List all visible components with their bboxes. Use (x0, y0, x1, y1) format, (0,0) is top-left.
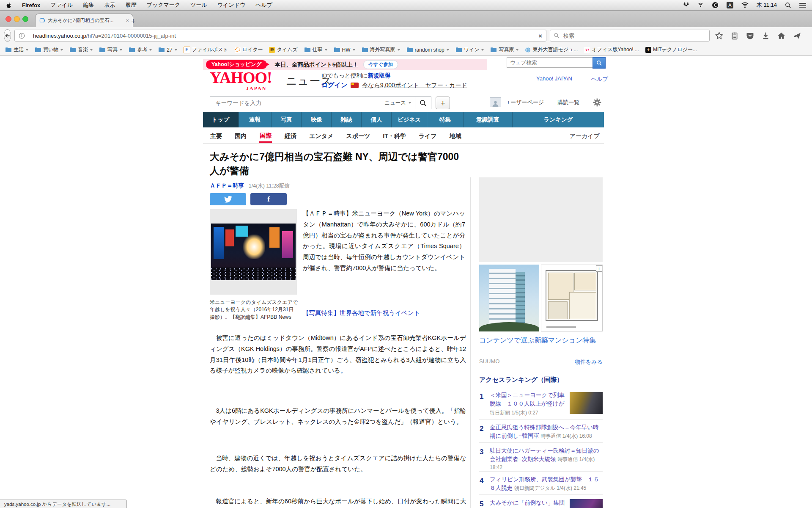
user-page-link[interactable]: ユーザーページ (505, 99, 544, 106)
signal-icon[interactable] (697, 2, 704, 8)
apple-menu-icon[interactable] (6, 2, 12, 8)
search-scope-dropdown[interactable]: ニュース (381, 99, 415, 107)
wifi-icon[interactable] (741, 2, 749, 8)
promo-cta-button[interactable]: 今すぐ参加 (363, 60, 398, 69)
menubar-item-firefox[interactable]: Firefox (22, 2, 40, 8)
ad-info-icon[interactable]: i (596, 265, 602, 272)
bookmark-yahoo-office[interactable]: Y!オフィス版Yahoo! ... (584, 46, 639, 53)
spotlight-icon[interactable] (785, 2, 791, 8)
ranking-link[interactable]: 大みそかに「前例ない」集団犯罪事件 オーストリア西部 (490, 500, 565, 508)
new-tab-button[interactable]: + (131, 17, 136, 25)
bookmark-folder-overseas-photographers[interactable]: 海外写真家 (362, 46, 400, 53)
dropbox-icon[interactable] (683, 2, 689, 8)
creative-cloud-icon[interactable] (712, 2, 719, 8)
bookmark-folder-photographers[interactable]: 写真家 (490, 46, 518, 53)
nav-tab-top[interactable]: トップ (203, 112, 239, 127)
web-search-input[interactable] (507, 57, 593, 68)
bookmark-folder-hw[interactable]: HW (334, 47, 355, 53)
window-zoom-button[interactable] (22, 16, 28, 22)
yahoo-shopping-badge[interactable]: Yahoo!ショッピング (206, 60, 267, 69)
bookmark-folder-reference[interactable]: 参考 (129, 46, 152, 53)
menubar-item-bookmarks[interactable]: ブックマーク (147, 1, 181, 9)
nav-tab-business[interactable]: ビジネス (392, 112, 427, 127)
menubar-item-tools[interactable]: ツール (190, 1, 207, 9)
news-search-field[interactable]: ニュース (210, 97, 431, 109)
bookmark-folder-photo[interactable]: 写真 (99, 46, 122, 53)
menubar-item-window[interactable]: ウインドウ (217, 1, 246, 9)
archive-link[interactable]: アーカイブ (570, 133, 600, 140)
nav-tab-photo[interactable]: 写真 (272, 112, 302, 127)
bookmark-times[interactable]: 時タイムズ (269, 46, 297, 53)
browser-search-input[interactable] (562, 32, 706, 39)
subnav-sports[interactable]: スポーツ (346, 133, 370, 140)
promo-text-link[interactable]: 本日、全商品ポイント5倍以上！ (274, 61, 358, 69)
subnav-economy[interactable]: 経済 (285, 133, 296, 140)
subnav-domestic[interactable]: 国内 (235, 133, 247, 140)
menubar-item-help[interactable]: ヘルプ (255, 1, 272, 9)
nav-tab-feature[interactable]: 特集 (427, 112, 464, 127)
subnav-main[interactable]: 主要 (210, 133, 222, 140)
bookmark-folder-music[interactable]: 音楽 (69, 46, 93, 53)
bookmark-folder-shopping[interactable]: 買い物 (35, 46, 63, 53)
bookmark-folder-27[interactable]: 27 (158, 47, 177, 53)
ad-title-link[interactable]: コンテンツで選ぶ新築マンション特集 (479, 335, 603, 346)
home-icon[interactable] (775, 32, 787, 40)
bookmark-reuters[interactable]: ロイター (235, 46, 263, 53)
login-link[interactable]: ログイン (321, 81, 347, 88)
nav-tab-video[interactable]: 映像 (302, 112, 332, 127)
notification-center-icon[interactable] (799, 3, 806, 8)
reading-list-icon[interactable] (729, 32, 741, 40)
pocket-icon[interactable] (744, 32, 756, 40)
article-photo[interactable] (210, 209, 297, 295)
bookmark-tufs-modules[interactable]: 東外大言語モジュ... (525, 46, 578, 53)
web-search-button[interactable] (593, 57, 606, 69)
photo-feature-link[interactable]: 【写真特集】世界各地で新年祝うイベント (303, 309, 420, 317)
subnav-life[interactable]: ライフ (419, 133, 437, 140)
menubar-item-view[interactable]: 表示 (104, 1, 115, 9)
bookmark-folder-wine[interactable]: ワイン (455, 46, 484, 53)
tab-close-icon[interactable]: × (126, 17, 129, 24)
ranking-item[interactable]: 2 金正恩氏狙う特殊部隊創設へ＝今年早い時期に前倒し−韓国軍 時事通信 1/4(… (479, 419, 603, 440)
card-offer-link[interactable]: 今なら9,000ポイント ヤフー・カード (362, 82, 467, 88)
ranking-link[interactable]: ＜米国＞ニューヨークで列車脱線 １００人以上が軽けが (490, 392, 565, 407)
subscriptions-link[interactable]: 購読一覧 (557, 99, 579, 106)
url-bar[interactable]: headlines.yahoo.co.jp/hl?a=20170104-0000… (14, 30, 546, 41)
menubar-item-history[interactable]: 履歴 (126, 1, 137, 9)
bookmark-filepost[interactable]: Fファイルポスト (184, 46, 228, 53)
subnav-international[interactable]: 国際 (259, 130, 272, 143)
add-search-tab-button[interactable]: ＋ (436, 97, 450, 109)
ad-cta-link[interactable]: 物件をみる (575, 358, 603, 366)
nav-tab-poll[interactable]: 意識調査 (464, 112, 513, 127)
nav-tab-flash[interactable]: 速報 (239, 112, 272, 127)
news-search-button[interactable] (415, 97, 431, 109)
suumo-ad[interactable] (479, 265, 603, 331)
window-close-button[interactable] (5, 16, 11, 22)
bookmark-folder-work[interactable]: 仕事 (304, 46, 327, 53)
subnav-it-science[interactable]: IT・科学 (383, 133, 406, 140)
ranking-item[interactable]: 1 ＜米国＞ニューヨークで列車脱線 １００人以上が軽けが 毎日新聞 1/5(木)… (479, 391, 603, 417)
ranking-item[interactable]: 5 大みそかに「前例ない」集団犯罪事件 オーストリア西部 (479, 494, 603, 508)
menubar-item-file[interactable]: ファイル (50, 1, 73, 9)
settings-gear-icon[interactable] (593, 98, 601, 107)
stop-loading-icon[interactable]: × (538, 32, 542, 39)
twitter-share-button[interactable] (210, 193, 246, 205)
id-signup-link[interactable]: 新規取得 (368, 72, 391, 79)
article-source-link[interactable]: ＡＦＰ＝時事 (210, 182, 244, 189)
bookmark-mit-tech[interactable]: +MITテクノロジー... (645, 46, 697, 53)
ranking-item[interactable]: 4 フィリピン刑務所、武装集団が襲撃 １５８人脱走 朝日新聞デジタル 1/4(水… (479, 471, 603, 492)
input-source-icon[interactable]: A (727, 2, 733, 8)
window-minimize-button[interactable] (14, 16, 20, 22)
bookmark-folder-life[interactable]: 生活 (5, 46, 28, 53)
share-icon[interactable] (791, 32, 803, 40)
yahoo-news-logo[interactable]: YAHOO! (210, 69, 272, 86)
facebook-share-button[interactable]: f (250, 193, 287, 205)
browser-search-bar[interactable] (550, 30, 710, 41)
bookmark-star-icon[interactable] (713, 32, 725, 40)
browser-tab[interactable]: 大みそかに7億円相当の宝石... × (35, 14, 133, 27)
subnav-region[interactable]: 地域 (450, 133, 461, 140)
subnav-entertainment[interactable]: エンタメ (309, 133, 333, 140)
nav-tab-ranking[interactable]: ランキング (513, 112, 604, 127)
menubar-item-edit[interactable]: 編集 (83, 1, 94, 9)
nav-tab-personal[interactable]: 個人 (362, 112, 392, 127)
yahoo-japan-link[interactable]: Yahoo! JAPAN (536, 75, 572, 82)
